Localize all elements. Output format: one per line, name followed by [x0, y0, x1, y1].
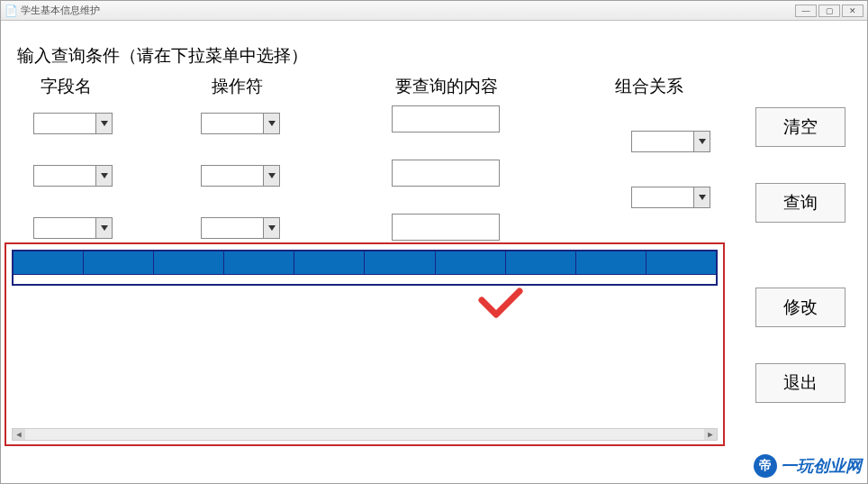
grid-column[interactable] [646, 251, 716, 275]
grid-column[interactable] [154, 251, 224, 275]
field-combo-3[interactable] [33, 217, 113, 239]
chevron-down-icon [95, 114, 112, 133]
maximize-button[interactable]: ▢ [818, 5, 840, 17]
chevron-down-icon [95, 218, 112, 238]
operator-combo-2[interactable] [201, 165, 280, 187]
grid-column[interactable] [436, 251, 506, 275]
query-button[interactable]: 查询 [755, 183, 845, 223]
results-grid[interactable]: ◄ ► [5, 242, 725, 446]
grid-column[interactable] [224, 251, 294, 275]
content-column-label: 要查询的内容 [393, 75, 500, 98]
watermark-logo-icon: 帝 [754, 454, 777, 478]
close-button[interactable]: ✕ [842, 5, 863, 17]
main-window: 📄 学生基本信息维护 — ▢ ✕ 输入查询条件（请在下拉菜单中选择） 字段名 操… [0, 0, 868, 484]
grid-header-row [14, 251, 716, 275]
field-combo-1[interactable] [33, 113, 113, 134]
grid-column[interactable] [84, 251, 154, 275]
scroll-right-icon[interactable]: ► [704, 429, 717, 440]
watermark-text: 一玩创业网 [781, 455, 862, 477]
grid-body [6, 291, 723, 441]
content-input-2[interactable] [392, 160, 500, 187]
chevron-down-icon [95, 166, 112, 186]
exit-button[interactable]: 退出 [755, 363, 845, 403]
modify-button[interactable]: 修改 [755, 288, 845, 327]
operator-column-label: 操作符 [210, 75, 265, 98]
scroll-left-icon[interactable]: ◄ [13, 429, 25, 440]
relation-column-label: 组合关系 [613, 75, 685, 98]
window-title: 学生基本信息维护 [21, 4, 100, 17]
field-combo-2[interactable] [33, 165, 113, 187]
content-input-3[interactable] [392, 214, 500, 241]
chevron-down-icon [263, 218, 279, 238]
clear-button[interactable]: 清空 [755, 107, 845, 147]
minimize-button[interactable]: — [795, 5, 817, 17]
chevron-down-icon [693, 132, 710, 151]
grid-column[interactable] [365, 251, 435, 275]
chevron-down-icon [693, 187, 710, 207]
horizontal-scrollbar[interactable]: ◄ ► [12, 428, 718, 441]
relation-combo-1[interactable] [631, 131, 710, 152]
content-input-1[interactable] [392, 105, 500, 132]
grid-column[interactable] [14, 251, 84, 275]
chevron-down-icon [263, 166, 279, 186]
grid-column[interactable] [506, 251, 576, 275]
chevron-down-icon [263, 114, 279, 133]
app-icon: 📄 [5, 5, 17, 17]
form-area: 输入查询条件（请在下拉菜单中选择） 字段名 操作符 要查询的内容 组合关系 清空… [1, 21, 867, 483]
relation-combo-2[interactable] [631, 187, 710, 208]
watermark: 帝 一玩创业网 [754, 454, 862, 478]
grid-column[interactable] [294, 251, 365, 275]
operator-combo-3[interactable] [201, 217, 280, 239]
instruction-label: 输入查询条件（请在下拉菜单中选择） [15, 44, 310, 68]
operator-combo-1[interactable] [201, 113, 280, 134]
field-column-label: 字段名 [39, 75, 94, 98]
titlebar: 📄 学生基本信息维护 — ▢ ✕ [1, 1, 867, 21]
grid-column[interactable] [576, 251, 646, 275]
